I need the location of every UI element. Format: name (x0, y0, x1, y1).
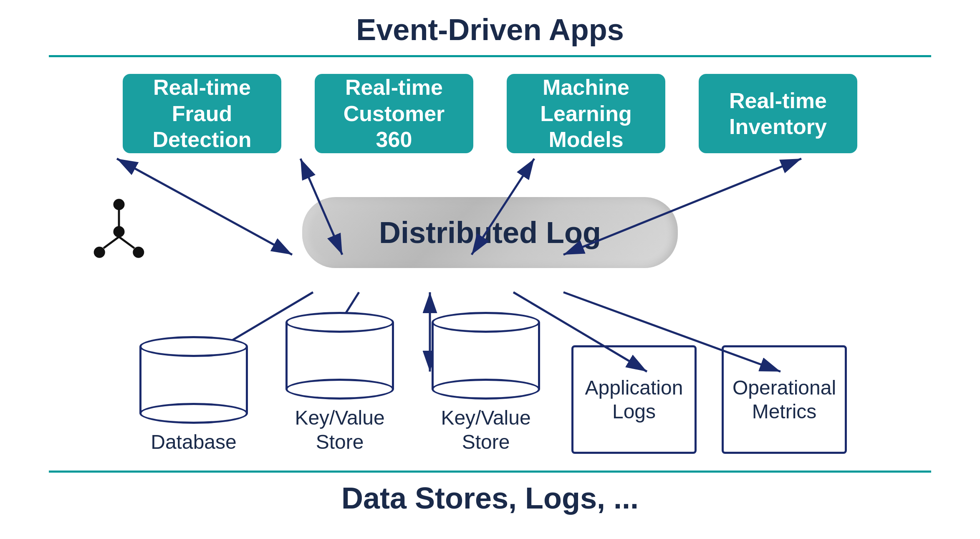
keyvalue-store-2: Key/ValueStore (425, 312, 546, 454)
top-divider (49, 55, 931, 57)
database-store: Database (133, 336, 254, 454)
svg-point-2 (94, 247, 105, 258)
database-label: Database (151, 430, 236, 454)
svg-line-5 (104, 237, 119, 248)
svg-point-3 (133, 247, 144, 258)
operational-metrics-box: OperationalMetrics (722, 345, 847, 454)
cylinder-bottom-2 (285, 379, 394, 400)
cylinder-top-2 (285, 312, 394, 333)
keyvalue-store-1: Key/ValueStore (279, 312, 400, 454)
cylinder-bottom-3 (432, 379, 540, 400)
app-box-customer360: Real-timeCustomer 360 (315, 74, 473, 153)
middle-section: Distributed Log (0, 153, 980, 312)
app-box-fraud: Real-timeFraud Detection (123, 74, 281, 153)
keyvalue-label-1: Key/ValueStore (295, 406, 384, 454)
cylinder-top-1 (139, 336, 248, 357)
svg-point-0 (114, 227, 124, 237)
svg-point-1 (114, 199, 124, 210)
app-boxes-row: Real-timeFraud Detection Real-timeCustom… (0, 74, 980, 153)
diagram-container: Event-Driven Apps Real-timeFraud Detecti… (0, 0, 980, 539)
app-box-ml: MachineLearning Models (507, 74, 665, 153)
data-stores-row: Database Key/ValueStore Key/ValueStore A… (0, 312, 980, 454)
app-box-inventory: Real-timeInventory (699, 74, 857, 153)
cylinder-bottom-1 (139, 403, 248, 424)
keyvalue-label-2: Key/ValueStore (441, 406, 530, 454)
footer-title: Data Stores, Logs, ... (341, 473, 639, 515)
kafka-icon (86, 198, 152, 267)
distributed-log: Distributed Log (302, 197, 678, 268)
cylinder-top-3 (432, 312, 540, 333)
page-title: Event-Driven Apps (0, 0, 980, 55)
application-logs-box: ApplicationLogs (571, 345, 697, 454)
svg-line-6 (119, 237, 134, 248)
